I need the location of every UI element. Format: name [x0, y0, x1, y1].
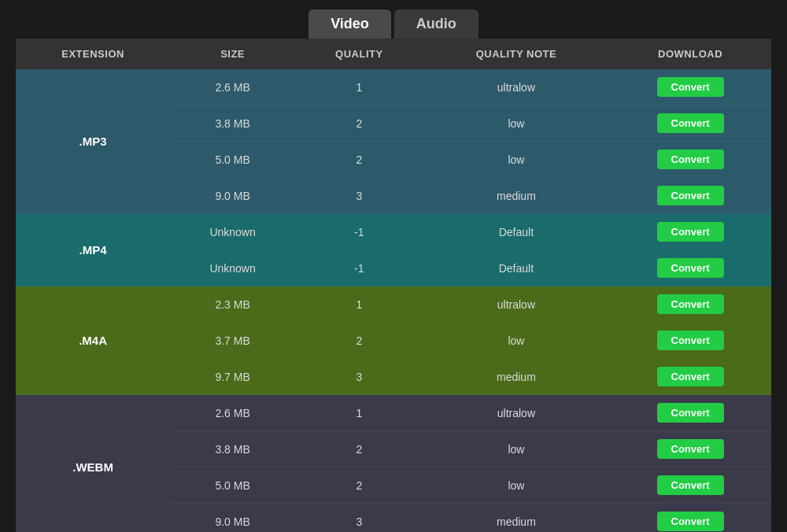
download-cell: Convert: [609, 142, 771, 178]
table-row: .WEBM2.6 MB1ultralowConvert: [16, 395, 771, 431]
size-cell: 2.6 MB: [170, 69, 295, 105]
download-cell: Convert: [609, 105, 771, 142]
quality-cell: 2: [295, 105, 423, 142]
quality-note-cell: low: [423, 467, 609, 504]
size-cell: 2.3 MB: [170, 286, 295, 323]
convert-button[interactable]: Convert: [657, 439, 724, 459]
convert-button[interactable]: Convert: [657, 294, 724, 314]
convert-button[interactable]: Convert: [657, 512, 724, 531]
header-quality: QUALITY: [295, 39, 423, 69]
quality-cell: 2: [295, 142, 423, 178]
quality-cell: 1: [295, 69, 423, 105]
table-header-row: EXTENSION SIZE QUALITY QUALITY NOTE DOWN…: [16, 39, 771, 69]
quality-cell: -1: [295, 250, 423, 286]
download-cell: Convert: [609, 467, 771, 504]
quality-note-cell: medium: [423, 504, 609, 533]
size-cell: 5.0 MB: [170, 467, 295, 504]
extension-cell: .MP3: [16, 69, 170, 214]
convert-button[interactable]: Convert: [657, 222, 724, 242]
size-cell: 9.0 MB: [170, 178, 295, 214]
convert-button[interactable]: Convert: [657, 331, 724, 350]
convert-button[interactable]: Convert: [657, 258, 724, 278]
quality-cell: 3: [295, 359, 423, 395]
convert-button[interactable]: Convert: [657, 186, 724, 205]
quality-note-cell: ultralow: [423, 286, 609, 323]
download-cell: Convert: [609, 250, 771, 286]
size-cell: 5.0 MB: [170, 142, 295, 178]
header-size: SIZE: [170, 39, 295, 69]
conversion-table: EXTENSION SIZE QUALITY QUALITY NOTE DOWN…: [16, 39, 771, 532]
size-cell: 3.8 MB: [170, 431, 295, 467]
size-cell: 9.7 MB: [170, 359, 295, 395]
extension-cell: .MP4: [16, 214, 170, 286]
convert-button[interactable]: Convert: [657, 403, 724, 423]
quality-note-cell: low: [423, 142, 609, 178]
download-cell: Convert: [609, 286, 771, 323]
convert-button[interactable]: Convert: [657, 113, 724, 133]
table-row: .MP4Unknown-1DefaultConvert: [16, 214, 771, 250]
size-cell: Unknown: [170, 214, 295, 250]
download-cell: Convert: [609, 359, 771, 395]
quality-note-cell: Default: [423, 250, 609, 286]
convert-button[interactable]: Convert: [657, 475, 724, 495]
quality-note-cell: medium: [423, 178, 609, 214]
table-row: .MP32.6 MB1ultralowConvert: [16, 69, 771, 105]
extension-cell: .M4A: [16, 286, 170, 395]
quality-cell: 2: [295, 323, 423, 359]
size-cell: 2.6 MB: [170, 395, 295, 431]
quality-cell: 1: [295, 286, 423, 323]
quality-cell: 2: [295, 467, 423, 504]
convert-button[interactable]: Convert: [657, 77, 724, 97]
header-quality-note: QUALITY NOTE: [423, 39, 609, 69]
size-cell: 3.7 MB: [170, 323, 295, 359]
download-cell: Convert: [609, 431, 771, 467]
quality-cell: 3: [295, 504, 423, 533]
download-cell: Convert: [609, 178, 771, 214]
quality-note-cell: low: [423, 105, 609, 142]
download-cell: Convert: [609, 504, 771, 533]
download-cell: Convert: [609, 395, 771, 431]
quality-cell: 3: [295, 178, 423, 214]
quality-cell: 2: [295, 431, 423, 467]
quality-note-cell: low: [423, 323, 609, 359]
download-cell: Convert: [609, 323, 771, 359]
quality-note-cell: medium: [423, 359, 609, 395]
quality-cell: 1: [295, 395, 423, 431]
main-container: Video Audio EXTENSION SIZE QUALITY QUALI…: [16, 0, 771, 532]
size-cell: 9.0 MB: [170, 504, 295, 533]
extension-cell: .WEBM: [16, 395, 170, 533]
quality-note-cell: ultralow: [423, 395, 609, 431]
header-download: DOWNLOAD: [609, 39, 771, 69]
tab-audio[interactable]: Audio: [394, 9, 478, 39]
download-cell: Convert: [609, 214, 771, 250]
table-row: .M4A2.3 MB1ultralowConvert: [16, 286, 771, 323]
convert-button[interactable]: Convert: [657, 367, 724, 386]
quality-note-cell: Default: [423, 214, 609, 250]
quality-cell: -1: [295, 214, 423, 250]
tab-bar: Video Audio: [16, 0, 771, 39]
download-cell: Convert: [609, 69, 771, 105]
size-cell: Unknown: [170, 250, 295, 286]
tab-video[interactable]: Video: [309, 9, 391, 39]
quality-note-cell: low: [423, 431, 609, 467]
header-extension: EXTENSION: [16, 39, 170, 69]
convert-button[interactable]: Convert: [657, 150, 724, 169]
size-cell: 3.8 MB: [170, 105, 295, 142]
quality-note-cell: ultralow: [423, 69, 609, 105]
